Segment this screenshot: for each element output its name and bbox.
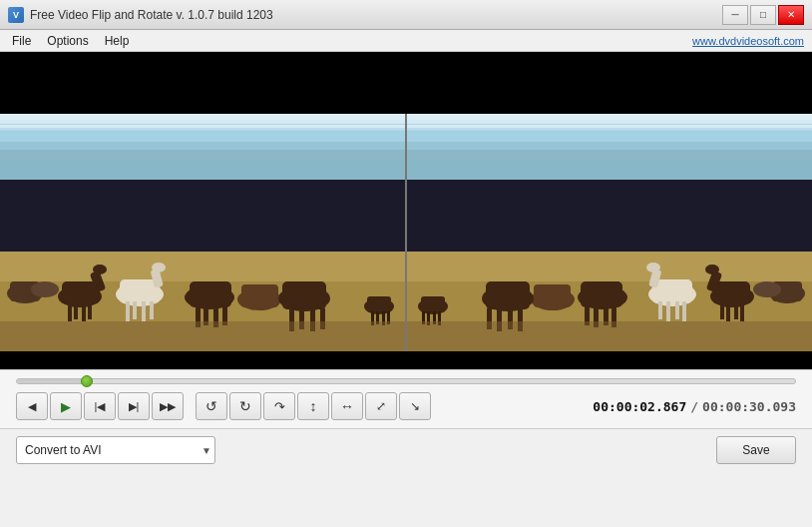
left-controls: ◀ ▶ |◀ ▶| ▶▶ [16, 392, 184, 420]
svg-rect-69 [666, 301, 670, 321]
resize-button[interactable]: ↘ [399, 392, 431, 420]
svg-rect-59 [740, 303, 744, 321]
next-frame-button[interactable]: ▶| [118, 392, 150, 420]
current-time: 00:00:02.867 [593, 399, 686, 414]
svg-rect-88 [421, 296, 445, 312]
svg-rect-60 [734, 303, 738, 319]
svg-rect-43 [282, 281, 326, 309]
menu-file[interactable]: File [4, 32, 39, 50]
svg-rect-80 [534, 284, 571, 307]
total-time: 00:00:30.093 [702, 399, 796, 414]
svg-rect-35 [190, 281, 231, 307]
svg-rect-62 [720, 303, 724, 319]
seek-fill [17, 379, 87, 383]
svg-rect-82 [486, 281, 530, 309]
svg-point-56 [753, 281, 781, 297]
rotate-ccw-button[interactable]: ↺ [196, 392, 227, 420]
svg-rect-41 [241, 284, 278, 307]
rotate-cw-button[interactable]: ↻ [229, 392, 261, 420]
rotate-180-button[interactable]: ↷ [263, 392, 295, 420]
controls-area: ◀ ▶ |◀ ▶| ▶▶ ↺ ↻ ↷ ↕ ↔ ⤢ ↘ 00:00:02.867 … [0, 369, 812, 428]
menu-bar: File Options Help www.dvdvideosoft.com [0, 30, 812, 52]
seek-thumb[interactable] [81, 375, 93, 387]
svg-rect-22 [82, 303, 86, 321]
flip-horizontal-button[interactable]: ↔ [331, 392, 363, 420]
playback-controls: ◀ ▶ |◀ ▶| ▶▶ ↺ ↻ ↷ ↕ ↔ ⤢ ↘ 00:00:02.867 … [16, 392, 796, 420]
title-text: Free Video Flip and Rotate v. 1.0.7 buil… [30, 8, 722, 22]
svg-rect-23 [88, 303, 92, 319]
menu-help[interactable]: Help [97, 32, 138, 50]
svg-point-64 [705, 264, 719, 274]
title-bar: V Free Video Flip and Rotate v. 1.0.7 bu… [0, 0, 812, 30]
svg-rect-61 [726, 303, 730, 321]
svg-rect-29 [133, 301, 137, 319]
svg-point-33 [152, 263, 166, 272]
play-button[interactable]: ▶ [50, 392, 82, 420]
svg-rect-49 [367, 296, 391, 312]
svg-rect-21 [74, 303, 78, 319]
convert-select[interactable]: Convert to AVI Convert to MP4 Convert to… [16, 436, 215, 464]
video-preview [0, 52, 812, 369]
transform-controls: ↺ ↻ ↷ ↕ ↔ ⤢ ↘ [196, 392, 431, 420]
time-separator: / [690, 399, 698, 414]
save-button[interactable]: Save [716, 436, 796, 464]
convert-select-container: Convert to AVI Convert to MP4 Convert to… [16, 436, 215, 464]
svg-rect-67 [682, 301, 686, 321]
flip-vertical-button[interactable]: ↕ [297, 392, 329, 420]
time-display: 00:00:02.867 / 00:00:30.093 [593, 399, 796, 414]
maximize-button[interactable]: □ [750, 5, 776, 25]
svg-point-72 [646, 263, 660, 272]
prev-frame-button[interactable]: |◀ [84, 392, 116, 420]
window-controls: ─ □ ✕ [722, 5, 804, 25]
app-icon: V [8, 7, 24, 23]
crop-button[interactable]: ⤢ [365, 392, 397, 420]
seek-bar-container [16, 378, 796, 384]
video-area [0, 52, 812, 369]
svg-point-25 [93, 264, 107, 274]
svg-rect-74 [581, 281, 622, 307]
menu-options[interactable]: Options [39, 32, 96, 50]
svg-rect-31 [150, 301, 154, 319]
svg-rect-95 [0, 52, 812, 114]
rewind-button[interactable]: ◀ [16, 392, 48, 420]
svg-rect-28 [126, 301, 130, 321]
fast-forward-button[interactable]: ▶▶ [152, 392, 184, 420]
svg-rect-70 [658, 301, 662, 319]
seek-bar[interactable] [16, 378, 796, 384]
close-button[interactable]: ✕ [778, 5, 804, 25]
bottom-bar: Convert to AVI Convert to MP4 Convert to… [0, 428, 812, 470]
svg-rect-96 [0, 351, 812, 369]
website-link[interactable]: www.dvdvideosoft.com [692, 35, 804, 47]
svg-rect-68 [675, 301, 679, 319]
svg-point-17 [31, 281, 59, 297]
minimize-button[interactable]: ─ [722, 5, 748, 25]
svg-rect-20 [68, 303, 72, 321]
svg-rect-30 [142, 301, 146, 321]
